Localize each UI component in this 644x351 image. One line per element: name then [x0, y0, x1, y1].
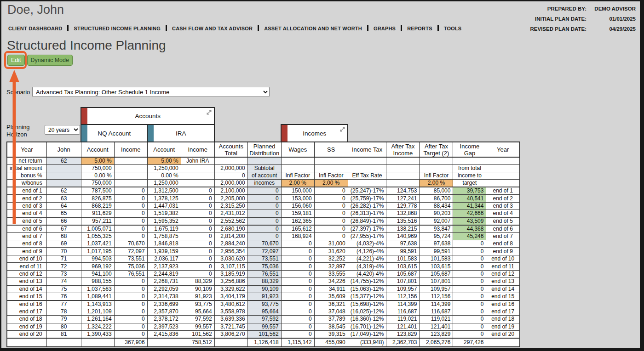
- table-cell: end of 3: [486, 202, 520, 209]
- table-cell: 37,048: [314, 308, 348, 315]
- table-cell: 66: [46, 217, 81, 225]
- table-cell: 101,583: [386, 255, 420, 263]
- table-cell: (4,032)-4%: [348, 240, 386, 247]
- table-cell: 0: [453, 308, 486, 315]
- table-cell: end of 6: [486, 225, 520, 233]
- table-cell: 35,609: [314, 293, 348, 300]
- totals-cell: (333,948): [348, 338, 386, 347]
- table-cell: 38,545: [314, 323, 348, 330]
- table-cell: 138,215: [386, 225, 420, 233]
- table-cell: 69: [46, 240, 81, 247]
- table-cell: 2,431,012: [214, 210, 247, 217]
- table-cell: 97,638: [386, 240, 420, 247]
- table-cell: 0: [281, 316, 314, 323]
- table-cell: 90,109: [181, 285, 214, 293]
- table-cell: 0: [247, 225, 281, 233]
- table-cell: 0: [453, 278, 486, 285]
- table-cell: 0: [181, 248, 214, 255]
- table-cell: [386, 157, 420, 165]
- table-cell: 39,315: [314, 331, 348, 339]
- table-cell: 105,687: [386, 270, 420, 277]
- prepared-by-label: PREPARED BY:: [547, 6, 586, 11]
- table-cell: 121,401: [386, 323, 420, 330]
- nav-separator: [258, 25, 259, 31]
- table-cell: end of 2: [486, 195, 520, 202]
- column-header: Accounts Total: [214, 142, 247, 157]
- table-cell: 71: [46, 255, 81, 263]
- table-cell: end of 2: [7, 195, 46, 202]
- table-cell: 109,957: [386, 285, 420, 293]
- expand-icon[interactable]: [206, 109, 213, 116]
- table-cell: 0: [314, 217, 348, 225]
- table-cell: 988,155: [81, 278, 114, 285]
- table-cell: 1,324,222: [81, 323, 114, 330]
- table-cell: 2,100,000: [214, 187, 247, 195]
- table-row: end of 20811,390,43302,415,836101,5623,8…: [7, 331, 520, 339]
- table-cell: 0: [114, 331, 147, 339]
- table-cell: 1,017,195: [81, 248, 114, 255]
- table-cell: end of 15: [7, 293, 46, 300]
- edit-button[interactable]: Edit: [7, 55, 25, 66]
- table-cell: 1,250,000: [147, 165, 181, 172]
- table-cell: end of 19: [7, 323, 46, 330]
- table-cell: Infl Factor: [281, 172, 314, 180]
- planning-horizon-select[interactable]: 20 years: [45, 125, 80, 135]
- nav-reports[interactable]: REPORTS: [407, 26, 432, 31]
- table-row: end of 1172969,19275,0362,137,92303,107,…: [7, 263, 520, 271]
- table-cell: 911,629: [81, 210, 114, 217]
- table-cell: 0: [114, 278, 147, 285]
- table-cell: 79: [46, 316, 81, 323]
- nav-tools[interactable]: TOOLS: [444, 26, 462, 31]
- table-cell: 0: [281, 293, 314, 300]
- table-cell: 78: [46, 308, 81, 315]
- table-cell: 153,000: [281, 195, 314, 202]
- table-cell: 2,552,562: [214, 217, 247, 225]
- ira-tab: [148, 125, 154, 142]
- table-cell: 0: [181, 263, 214, 271]
- table-cell: [420, 165, 453, 172]
- nav-graphs[interactable]: GRAPHS: [374, 26, 396, 31]
- column-header: After Tax Income: [386, 142, 420, 157]
- table-cell: 2,268,731: [147, 278, 181, 285]
- column-header: Income Tax: [348, 142, 386, 157]
- nq-account-label: NQ Account: [98, 130, 131, 137]
- prepared-by-value: DEMO ADVISOR: [591, 6, 636, 11]
- table-cell: [486, 165, 520, 172]
- table-cell: [46, 180, 81, 187]
- table-row: end of 15761,089,44102,314,73891,9233,40…: [7, 293, 520, 300]
- nav-client-dashboard[interactable]: CLIENT DASHBOARD: [8, 26, 62, 31]
- table-cell: 101,562: [181, 331, 214, 339]
- nav-cash-flow-and-tax-advisor[interactable]: CASH FLOW AND TAX ADVISOR: [172, 26, 253, 31]
- table-cell: 1,758,875: [147, 232, 181, 240]
- table-cell: end of 19: [486, 323, 520, 330]
- table-cell: 0: [281, 331, 314, 339]
- table-cell: 99,557: [247, 323, 281, 330]
- nav-structured-income-planning[interactable]: STRUCTURED INCOME PLANNING: [74, 26, 161, 31]
- table-cell: 140,969: [386, 232, 420, 240]
- table-cell: end of 15: [486, 293, 520, 300]
- table-cell: 0: [281, 278, 314, 285]
- table-cell: 85,000: [420, 187, 453, 195]
- table-cell: 1,089,441: [81, 293, 114, 300]
- table-cell: 0: [247, 232, 281, 240]
- dynamic-mode-button[interactable]: Dynamic Mode: [27, 55, 73, 66]
- accounts-group-label: Accounts: [135, 113, 161, 119]
- table-cell: 107,801: [386, 278, 420, 285]
- table-cell: 3,639,336: [214, 316, 247, 323]
- table-cell: (27,397)-17%: [348, 225, 386, 233]
- totals-cell: 455,090: [314, 338, 348, 347]
- table-cell: 135,516: [386, 217, 420, 225]
- planning-table-wrap: AccountsNQ AccountIRAIncomesYearJohnAcco…: [6, 107, 520, 347]
- table-cell: end of 3: [7, 202, 46, 209]
- table-cell: 97,592: [181, 316, 214, 323]
- table-cell: 0: [247, 210, 281, 217]
- table-cell: 3,329,622: [214, 285, 247, 293]
- table-cell: 0: [114, 225, 147, 233]
- table-cell: 162,365: [281, 217, 314, 225]
- table-cell: [181, 172, 214, 180]
- scenario-select[interactable]: Advanced Tax Planning: Other Schedule 1 …: [32, 87, 270, 97]
- nav-separator: [367, 25, 368, 31]
- expand-icon[interactable]: [339, 126, 346, 133]
- nav-asset-allocation-and-net-worth[interactable]: ASSET ALLOCATION AND NET WORTH: [264, 26, 362, 31]
- table-cell: 42,666: [453, 210, 486, 217]
